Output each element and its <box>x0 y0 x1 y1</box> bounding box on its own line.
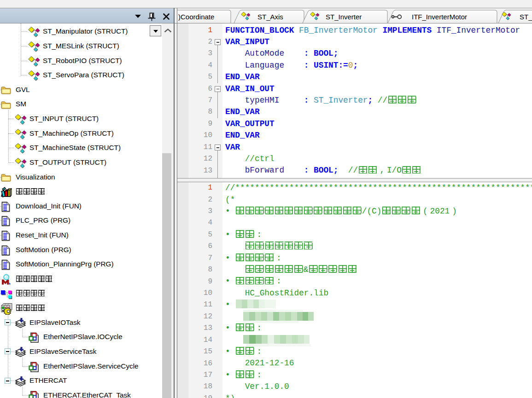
svg-text:ST_: ST_ <box>520 13 532 21</box>
svg-text:ST_Axis: ST_Axis <box>257 13 283 21</box>
svg-text:ST_Inverter: ST_Inverter <box>326 13 362 21</box>
svg-text:)Coordinate: )Coordinate <box>178 13 214 21</box>
svg-text:ITF_InverterMotor: ITF_InverterMotor <box>412 13 467 21</box>
